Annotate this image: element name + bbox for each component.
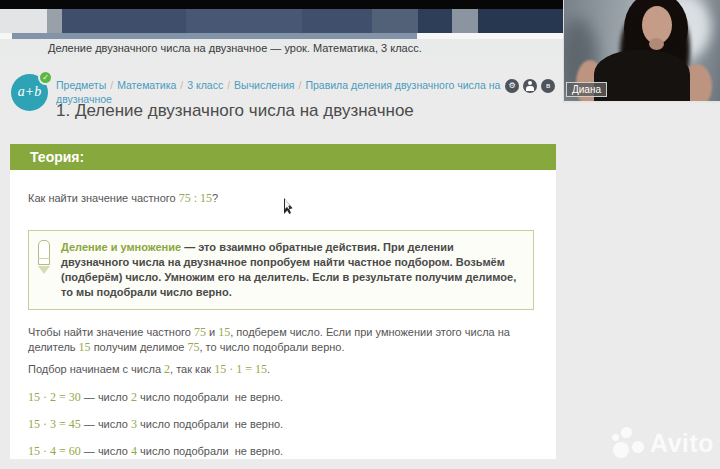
- screen: Деление двузначного числа на двузначное …: [0, 0, 720, 469]
- participant-torso: [594, 50, 690, 103]
- avito-logo-icon: [612, 427, 645, 460]
- avito-watermark: Avito: [612, 427, 714, 460]
- check-badge-icon: ✓: [38, 70, 53, 85]
- participant-name-label: Диана: [566, 82, 607, 97]
- breadcrumb-item-subjects[interactable]: Предметы: [56, 79, 106, 91]
- browser-tab-blurred[interactable]: [372, 9, 418, 33]
- page-title-text: Деление двузначного числа на двузначное …: [48, 42, 422, 54]
- background-window-fragment: [0, 9, 47, 33]
- background-window-fragment: [47, 9, 62, 33]
- pencil-icon: [38, 240, 51, 276]
- breadcrumb-separator: /: [110, 79, 113, 91]
- lesson-page: a+b ✓ Предметы/Математика/3 класс/Вычисл…: [0, 57, 720, 469]
- avito-brand-text: Avito: [650, 429, 714, 458]
- gear-icon[interactable]: ⚙: [505, 79, 519, 93]
- vk-icon[interactable]: в: [541, 79, 555, 93]
- browser-tab-blurred[interactable]: [62, 9, 186, 33]
- step-line: 15 · 2 = 30 — число 2 число подобрали не…: [28, 390, 536, 404]
- definition-callout: Деление и умножение — это взаимно обратн…: [28, 230, 534, 310]
- webcam-video-tile[interactable]: Диана: [563, 0, 720, 103]
- step-line: 15 · 3 = 45 — число 3 число подобрали не…: [28, 417, 536, 431]
- social-icons: ⚙ в: [505, 79, 555, 93]
- person-icon[interactable]: [523, 79, 537, 93]
- step-line: 15 · 4 = 60 — число 4 число подобрали не…: [28, 444, 536, 458]
- breadcrumb-item-calculations[interactable]: Вычисления: [234, 79, 294, 91]
- site-logo[interactable]: a+b ✓: [11, 74, 61, 114]
- theory-section-header: Теория:: [10, 144, 556, 170]
- breadcrumb-item-math[interactable]: Математика: [117, 79, 176, 91]
- breadcrumb-item-grade[interactable]: 3 класс: [187, 79, 223, 91]
- browser-tab-blurred[interactable]: [302, 9, 372, 33]
- participant-neck: [649, 38, 664, 50]
- paragraph-find: Чтобы найти значение частного 75 и 15, п…: [28, 325, 536, 355]
- definition-text: Деление и умножение — это взаимно обратн…: [61, 241, 516, 298]
- page-title: 1. Деление двузначного числа на двузначн…: [56, 101, 414, 121]
- breadcrumb-separator: /: [180, 79, 183, 91]
- browser-tab-control[interactable]: [452, 9, 478, 33]
- theory-content-card: Как найти значение частного 75 : 15? Дел…: [10, 170, 556, 459]
- question-line: Как найти значение частного 75 : 15?: [28, 191, 536, 205]
- browser-tab-blurred[interactable]: [186, 9, 302, 33]
- breadcrumb-separator: /: [227, 79, 230, 91]
- breadcrumb-separator: /: [299, 79, 302, 91]
- paragraph-start: Подбор начинаем с числа 2, так как 15 · …: [28, 362, 536, 377]
